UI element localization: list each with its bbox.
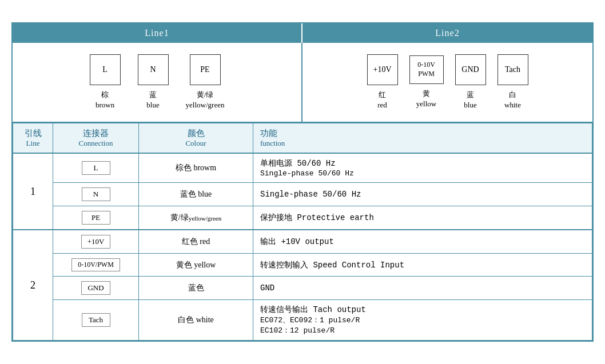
td-conn-pwm: 0-10V/PWM (53, 254, 139, 277)
connector-N: N 蓝blue (138, 54, 169, 110)
table-body: 1 L 棕色 browm 单相电源 50/60 Hz Single-phase … (13, 153, 592, 341)
connector-label-10v: 红red (377, 90, 387, 110)
connector-label-tach: 白white (504, 90, 521, 110)
conn-box-10v: +10V (81, 235, 111, 249)
connector-label-N: 蓝blue (146, 90, 159, 110)
td-color-10v: 红色 red (139, 230, 253, 254)
th-function: 功能 function (253, 123, 592, 154)
td-line-2: 2 (13, 230, 53, 341)
table-row: PE 黄/绿yellow/green 保护接地 Protective earth (13, 206, 592, 230)
table-row: Tach 白色 white 转速信号输出 Tach output EC072、E… (13, 300, 592, 341)
td-color-N: 蓝色 blue (139, 183, 253, 206)
connector-label-PE: 黄/绿yellow/green (186, 90, 225, 110)
connector-label-gnd: 蓝blue (464, 90, 476, 110)
td-conn-N: N (53, 183, 139, 206)
th-connection: 连接器 Connection (53, 123, 139, 154)
connector-gnd: GND 蓝blue (455, 54, 486, 110)
td-color-pwm: 黄色 yellow (139, 254, 253, 277)
connector-box-PE: PE (190, 54, 221, 85)
data-table: 引线 Line 连接器 Connection 颜色 Colour 功能 func… (13, 123, 592, 341)
diagram-line1: L 棕brown N 蓝blue PE 黄/绿yellow/green (13, 43, 302, 122)
td-func-pwm: 转速控制输入 Speed Control Input (253, 254, 592, 277)
td-conn-tach: Tach (53, 300, 139, 341)
td-conn-gnd: GND (53, 277, 139, 300)
th-func-zh: 功能 (260, 128, 585, 139)
td-conn-PE: PE (53, 206, 139, 230)
td-color-gnd: 蓝色 (139, 277, 253, 300)
connector-label-L: 棕brown (95, 90, 114, 110)
table-row: 1 L 棕色 browm 单相电源 50/60 Hz Single-phase … (13, 153, 592, 183)
table-row: N 蓝色 blue Single-phase 50/60 Hz (13, 183, 592, 206)
connector-box-tach: Tach (497, 54, 528, 85)
conn-box-L: L (82, 161, 110, 175)
td-color-tach: 白色 white (139, 300, 253, 341)
td-conn-L: L (53, 153, 139, 183)
conn-box-tach: Tach (82, 313, 110, 327)
th-line-en: Line (20, 139, 46, 148)
connector-10v: +10V 红red (367, 54, 398, 110)
connector-label-pwm: 黄yellow (416, 89, 436, 109)
table-row: 0-10V/PWM 黄色 yellow 转速控制输入 Speed Control… (13, 254, 592, 277)
th-colour-zh: 颜色 (146, 128, 246, 139)
header-line2: Line2 (302, 23, 592, 43)
table-row: 2 +10V 红色 red 输出 +10V output (13, 230, 592, 254)
td-func-L: 单相电源 50/60 Hz Single-phase 50/60 Hz (253, 153, 592, 183)
table-row: GND 蓝色 GND (13, 277, 592, 300)
td-func-10v: 输出 +10V output (253, 230, 592, 254)
th-line-zh: 引线 (20, 128, 46, 139)
connector-tach: Tach 白white (497, 54, 528, 110)
connector-L: L 棕brown (90, 54, 121, 110)
td-func-tach: 转速信号输出 Tach output EC072、EC092：1 pulse/R… (253, 300, 592, 341)
td-line-1: 1 (13, 153, 53, 230)
connector-box-N: N (138, 54, 169, 85)
th-func-en: function (260, 139, 585, 148)
th-colour: 颜色 Colour (139, 123, 253, 154)
conn-box-gnd: GND (81, 281, 110, 295)
conn-box-PE: PE (82, 211, 110, 225)
td-color-PE: 黄/绿yellow/green (139, 206, 253, 230)
td-conn-10v: +10V (53, 230, 139, 254)
td-func-gnd: GND (253, 277, 592, 300)
connector-PE: PE 黄/绿yellow/green (186, 54, 225, 110)
connector-box-L: L (90, 54, 121, 85)
conn-box-N: N (82, 187, 110, 201)
th-colour-en: Colour (146, 139, 246, 148)
table-header-row: 引线 Line 连接器 Connection 颜色 Colour 功能 func… (13, 123, 592, 154)
conn-box-pwm: 0-10V/PWM (71, 258, 120, 271)
td-func-PE: 保护接地 Protective earth (253, 206, 592, 230)
td-func-N: Single-phase 50/60 Hz (253, 183, 592, 206)
header-row: Line1 Line2 (13, 23, 592, 43)
connector-box-gnd: GND (455, 54, 486, 85)
header-line1: Line1 (13, 23, 302, 43)
diagram-row: L 棕brown N 蓝blue PE 黄/绿yellow/green +10V… (13, 43, 592, 123)
td-color-L: 棕色 browm (139, 153, 253, 183)
connector-pwm: 0-10VPWM 黄yellow (409, 55, 444, 109)
th-line: 引线 Line (13, 123, 53, 154)
th-conn-en: Connection (60, 139, 132, 148)
diagram-line2: +10V 红red 0-10VPWM 黄yellow GND 蓝blue Tac… (302, 43, 592, 122)
main-container: Line1 Line2 L 棕brown N 蓝blue PE 黄/绿yello… (11, 22, 594, 342)
th-conn-zh: 连接器 (60, 128, 132, 139)
connector-box-pwm: 0-10VPWM (409, 55, 444, 84)
connector-box-10v: +10V (367, 54, 398, 85)
